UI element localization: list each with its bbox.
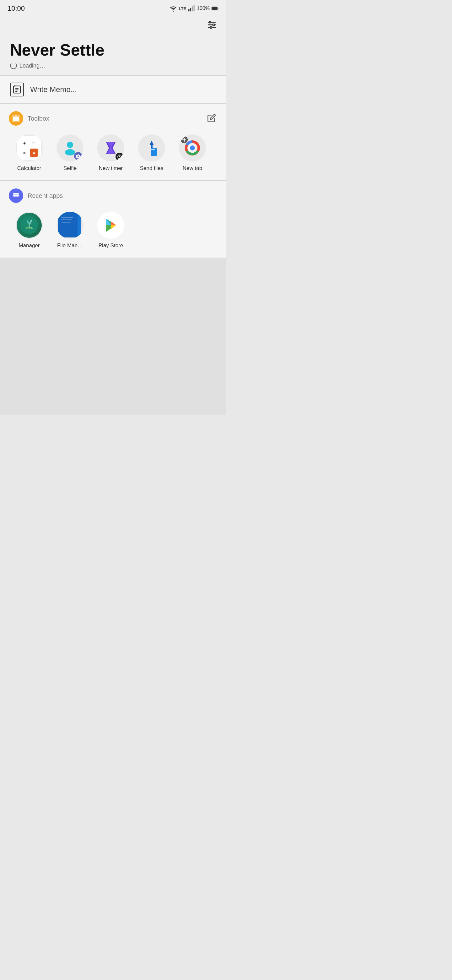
svg-point-10 (209, 21, 211, 23)
write-memo-label: Write Memo... (30, 85, 77, 94)
svg-marker-23 (107, 142, 114, 154)
file-manager-icon-circle (57, 212, 84, 239)
battery-icon (212, 5, 219, 12)
manager-app-item[interactable]: Manager (9, 212, 49, 249)
svg-point-37 (13, 195, 15, 197)
toolbox-edit-button[interactable] (206, 113, 217, 125)
new-tab-app-item[interactable]: New tab (172, 134, 213, 172)
svg-point-21 (78, 156, 79, 157)
svg-point-11 (213, 24, 215, 26)
play-store-app-item[interactable]: Play Store (90, 212, 131, 249)
edit-icon (207, 114, 216, 123)
calculator-label: Calculator (17, 165, 41, 172)
settings-sliders-button[interactable] (205, 18, 219, 32)
new-timer-icon-circle (97, 134, 124, 161)
svg-rect-5 (212, 7, 217, 10)
send-files-icon-circle (138, 134, 165, 161)
recent-apps-section: Recent apps (0, 181, 226, 258)
manager-label: Manager (19, 242, 40, 249)
header-section: Never Settle Loading… (0, 35, 226, 75)
play-store-label: Play Store (98, 242, 123, 249)
loading-spinner-icon (10, 62, 17, 69)
recent-apps-header: Recent apps (9, 188, 217, 203)
manager-icon-circle (16, 212, 43, 239)
svg-rect-0 (188, 10, 190, 11)
recent-apps-dots-icon (12, 192, 20, 199)
svg-point-39 (17, 195, 19, 197)
toolbox-app-grid: +− × = Calculator (9, 134, 217, 172)
svg-point-34 (13, 193, 15, 195)
loading-row: Loading… (10, 62, 216, 69)
svg-rect-18 (12, 115, 20, 122)
send-files-label: Send files (140, 165, 163, 172)
svg-point-19 (67, 142, 73, 148)
toolbox-section-icon (9, 111, 23, 126)
settings-sliders-icon (206, 19, 217, 30)
svg-rect-1 (190, 8, 191, 11)
recent-apps-grid: Manager File Man… (9, 212, 217, 249)
file-manager-app-icon (58, 212, 82, 238)
send-files-app-item[interactable]: Send files (131, 134, 172, 172)
new-timer-label: New timer (99, 165, 123, 172)
svg-marker-45 (111, 221, 116, 225)
recent-apps-section-icon (9, 188, 23, 203)
file-manager-app-item[interactable]: File Man… (49, 212, 90, 249)
selfie-label: Selfie (63, 165, 77, 172)
bottom-area (0, 258, 226, 415)
signal-icon (188, 5, 195, 12)
status-icons: LTE 100% (170, 5, 219, 12)
svg-marker-25 (149, 141, 154, 149)
svg-rect-6 (218, 8, 219, 10)
send-files-upload-icon (143, 139, 161, 157)
recent-apps-header-left: Recent apps (9, 188, 63, 203)
new-timer-app-item[interactable]: New timer (90, 134, 131, 172)
manager-app-icon (17, 213, 42, 238)
svg-point-35 (15, 193, 17, 195)
status-bar: 10:00 LTE 100% (0, 0, 226, 16)
recent-apps-label: Recent apps (28, 192, 63, 199)
svg-point-33 (190, 145, 195, 150)
battery-percent: 100% (197, 6, 210, 11)
main-title: Never Settle (10, 41, 216, 59)
timer-clock-badge (116, 153, 124, 161)
file-manager-label: File Man… (57, 242, 83, 249)
svg-point-12 (210, 27, 212, 29)
wifi-icon (170, 5, 177, 12)
selfie-icon-circle (57, 134, 84, 161)
write-memo-icon (10, 83, 24, 96)
manager-logo-icon (21, 216, 38, 234)
svg-rect-3 (193, 5, 195, 11)
settings-row (0, 16, 226, 35)
svg-marker-46 (111, 225, 116, 229)
svg-point-20 (65, 149, 75, 156)
play-store-app-icon (102, 217, 119, 234)
status-time: 10:00 (8, 5, 25, 13)
toolbox-header: Toolbox (9, 111, 217, 126)
toolbox-section: Toolbox +− × = Cal (0, 103, 226, 181)
new-tab-label: New tab (183, 165, 202, 172)
new-tab-icon-circle (179, 134, 206, 161)
lte-label: LTE (179, 6, 186, 11)
toolbox-label: Toolbox (28, 115, 49, 122)
selfie-app-item[interactable]: Selfie (49, 134, 90, 172)
calculator-app-item[interactable]: +− × = Calculator (9, 134, 49, 172)
play-store-icon-circle (97, 212, 124, 239)
toolbox-header-left: Toolbox (9, 111, 49, 126)
svg-rect-27 (151, 149, 155, 150)
selfie-camera-badge (74, 152, 82, 160)
write-memo-section[interactable]: Write Memo... (0, 76, 226, 103)
calculator-icon-circle: +− × = (16, 134, 43, 161)
svg-point-38 (15, 195, 17, 197)
loading-text: Loading… (19, 62, 45, 69)
toolbox-bag-icon (12, 115, 20, 123)
svg-rect-2 (192, 6, 193, 12)
svg-point-36 (17, 193, 19, 195)
